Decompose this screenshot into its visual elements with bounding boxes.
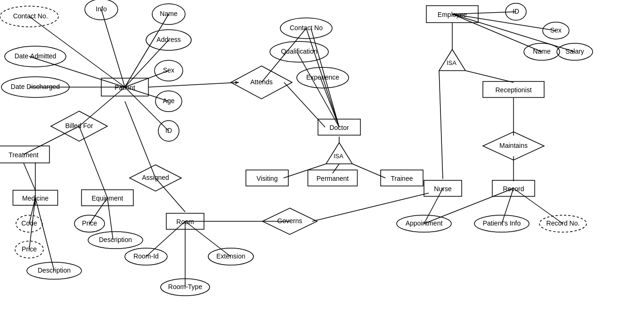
er-diagram-canvas — [0, 0, 644, 331]
